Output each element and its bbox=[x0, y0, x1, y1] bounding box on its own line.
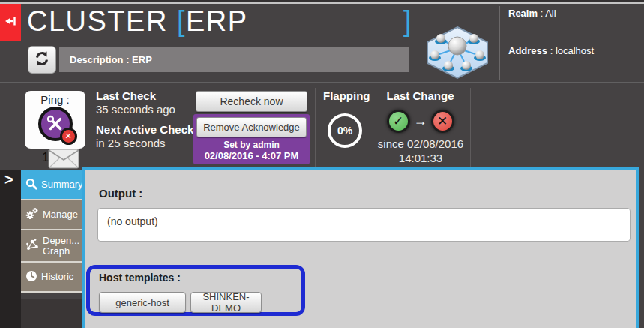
next-check-value: in 25 seconds bbox=[96, 137, 166, 149]
graph-icon bbox=[25, 238, 39, 254]
tab-historic-label: Historic bbox=[41, 272, 73, 282]
description-separator: : bbox=[124, 54, 133, 65]
output-label: Output : bbox=[99, 187, 142, 200]
tab-dependency-graph[interactable]: Depen...Graph bbox=[21, 230, 82, 263]
template-generic-host-button[interactable]: generic-host bbox=[99, 292, 186, 313]
realm-label: Realm bbox=[508, 8, 538, 19]
page-title: CLUSTER [ERP bbox=[27, 5, 248, 38]
description-value: ERP bbox=[132, 54, 152, 65]
state-critical-icon: ✕ bbox=[431, 110, 454, 133]
address-label: Address bbox=[508, 45, 547, 56]
last-check-value: 35 seconds ago bbox=[96, 103, 175, 116]
description-label: Description bbox=[70, 54, 124, 65]
content-divider bbox=[91, 260, 634, 260]
acknowledge-panel: Remove Acknowledge Set by admin 02/08/20… bbox=[193, 114, 310, 164]
header-row-divider bbox=[0, 82, 644, 83]
status-divider bbox=[315, 88, 316, 169]
ping-label: Ping : bbox=[25, 93, 85, 106]
tab-manage-label: Manage bbox=[43, 209, 78, 220]
ack-date: 02/08/2016 - 4:07 PM bbox=[193, 150, 310, 161]
address-field: Address : localhost bbox=[508, 45, 594, 56]
summary-panel: Output : (no output) Host templates : ge… bbox=[82, 167, 639, 328]
acknowledged-state-icon: ✕ bbox=[38, 107, 73, 141]
refresh-icon bbox=[33, 50, 51, 71]
tab-summary[interactable]: Summary bbox=[21, 170, 82, 200]
sidebar-tabs: Summary Manage bbox=[21, 170, 82, 293]
gears-icon bbox=[25, 207, 39, 222]
address-value: localhost bbox=[556, 45, 594, 56]
title-bracket-close: ] bbox=[403, 5, 412, 38]
top-divider-line bbox=[0, 2, 644, 4]
clock-icon bbox=[25, 270, 37, 284]
status-divider-2 bbox=[470, 88, 471, 170]
header-divider bbox=[499, 6, 500, 80]
magnifier-icon bbox=[25, 178, 37, 192]
realm-value: All bbox=[545, 8, 556, 19]
envelope-icon bbox=[48, 149, 79, 172]
last-check-label: Last Check bbox=[96, 89, 156, 102]
tab-manage[interactable]: Manage bbox=[21, 200, 82, 230]
tab-historic[interactable]: Historic bbox=[21, 263, 82, 293]
collapse-left-icon bbox=[4, 16, 16, 29]
last-change-since: since 02/08/2016 bbox=[368, 137, 473, 150]
realm-separator: : bbox=[538, 8, 545, 19]
cluster-host-icon bbox=[420, 26, 495, 83]
remove-acknowledge-button[interactable]: Remove Acknowledge bbox=[196, 117, 307, 137]
last-change-time: 14:01:33 bbox=[368, 152, 473, 164]
title-host-name: ERP bbox=[186, 5, 248, 37]
realm-field: Realm : All bbox=[508, 8, 556, 19]
ack-set-by: Set by admin bbox=[193, 140, 310, 150]
flapping-percentage: 0% bbox=[328, 113, 362, 148]
title-type: CLUSTER bbox=[27, 5, 168, 37]
arrow-right-icon: → bbox=[414, 113, 427, 129]
address-separator: : bbox=[547, 45, 556, 56]
tab-summary-label: Summary bbox=[41, 179, 83, 190]
last-change-label: Last Change bbox=[385, 89, 456, 102]
refresh-button[interactable] bbox=[28, 46, 56, 74]
output-box: (no output) bbox=[97, 208, 631, 242]
description-bar: Description : ERP bbox=[59, 47, 409, 72]
tab-dependency-graph-label: Depen...Graph bbox=[43, 236, 79, 257]
flapping-label: Flapping bbox=[323, 89, 370, 102]
critical-badge-icon: ✕ bbox=[60, 128, 77, 145]
sidebar-filler bbox=[21, 299, 82, 328]
collapse-panel-tab[interactable] bbox=[0, 4, 21, 41]
host-templates-label: Host templates : bbox=[99, 272, 181, 284]
title-bracket-open: [ bbox=[177, 5, 186, 37]
recheck-now-button[interactable]: Recheck now bbox=[196, 91, 307, 112]
next-check-label: Next Active Check bbox=[96, 123, 193, 136]
sidebar-collapse-strip bbox=[0, 170, 21, 328]
service-ping-card: Ping : ✕ bbox=[25, 91, 85, 149]
expand-chevron-icon[interactable]: > bbox=[4, 171, 13, 188]
host-templates-row: generic-host SHINKEN-DEMO bbox=[99, 292, 262, 313]
state-transition: ✓ → ✕ bbox=[377, 110, 463, 133]
state-ok-icon: ✓ bbox=[387, 110, 410, 133]
template-shinken-demo-button[interactable]: SHINKEN-DEMO bbox=[190, 292, 262, 313]
